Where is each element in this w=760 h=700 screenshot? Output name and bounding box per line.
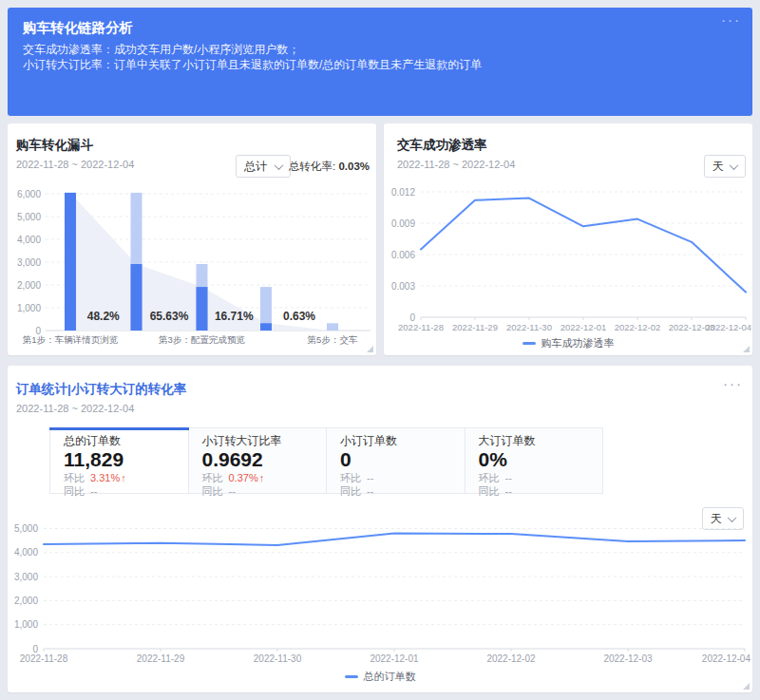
svg-text:2022-12-02: 2022-12-02 <box>486 653 536 664</box>
chart-legend[interactable]: 总的订单数 <box>8 670 752 684</box>
dashboard-page: 购车转化链路分析 交车成功渗透率：成功交车用户数/小程序浏览用户数； 小订转大订… <box>0 0 760 700</box>
legend-line-icon <box>345 675 358 678</box>
svg-text:2022-12-01: 2022-12-01 <box>560 322 607 332</box>
svg-text:2022-11-29: 2022-11-29 <box>137 653 185 664</box>
svg-text:16.71%: 16.71% <box>215 310 254 323</box>
resize-grip[interactable] <box>743 683 750 690</box>
resize-grip[interactable] <box>743 346 750 352</box>
svg-text:第5步：交车: 第5步：交车 <box>308 334 358 345</box>
svg-text:0.006: 0.006 <box>391 250 415 260</box>
legend-line-icon <box>522 342 536 345</box>
svg-text:6,000: 6,000 <box>17 189 41 199</box>
orders-line-chart: 01,0002,0003,0004,0005,0002022-11-282022… <box>8 366 752 692</box>
penetration-panel: 交车成功渗透率 2022-11-28 ~ 2022-12-04 天 00.003… <box>384 123 752 355</box>
resize-grip[interactable] <box>367 346 373 352</box>
svg-text:0.009: 0.009 <box>391 218 415 229</box>
page-title: 购车转化链路分析 <box>23 19 133 37</box>
svg-text:3,000: 3,000 <box>17 257 41 268</box>
svg-text:2022-12-02: 2022-12-02 <box>615 322 661 332</box>
svg-text:0.012: 0.012 <box>391 187 415 198</box>
svg-text:0: 0 <box>32 644 38 654</box>
svg-text:第3步：配置完成预览: 第3步：配置完成预览 <box>159 334 245 345</box>
svg-text:3,000: 3,000 <box>14 572 38 582</box>
svg-text:1,000: 1,000 <box>17 303 41 313</box>
more-options-icon[interactable]: ··· <box>721 11 741 28</box>
svg-text:65.63%: 65.63% <box>150 310 189 323</box>
header-banner: 购车转化链路分析 交车成功渗透率：成功交车用户数/小程序浏览用户数； 小订转大订… <box>8 8 752 116</box>
svg-text:2022-11-30: 2022-11-30 <box>254 653 302 664</box>
svg-text:2022-11-30: 2022-11-30 <box>506 322 552 332</box>
funnel-chart: 01,0002,0003,0004,0005,0006,00048.2%65.6… <box>8 123 376 355</box>
svg-text:1,000: 1,000 <box>14 619 38 630</box>
svg-text:2022-12-01: 2022-12-01 <box>370 653 419 664</box>
svg-text:2022-12-04: 2022-12-04 <box>702 653 751 664</box>
svg-text:2022-11-28: 2022-11-28 <box>20 653 68 664</box>
svg-text:2,000: 2,000 <box>17 280 41 291</box>
svg-text:5,000: 5,000 <box>17 212 41 222</box>
svg-text:2022-12-03: 2022-12-03 <box>603 653 653 664</box>
svg-text:第1步：车辆详情页浏览: 第1步：车辆详情页浏览 <box>23 334 119 345</box>
funnel-panel: 购车转化漏斗 2022-11-28 ~ 2022-12-04 总计 总转化率: … <box>8 123 376 355</box>
orders-panel: 订单统计|小订转大订的转化率 2022-11-28 ~ 2022-12-04 ·… <box>8 366 752 692</box>
svg-text:48.2%: 48.2% <box>87 310 120 323</box>
svg-text:5,000: 5,000 <box>14 523 38 534</box>
legend-label: 总的订单数 <box>364 670 416 684</box>
svg-text:2022-11-28: 2022-11-28 <box>398 322 444 332</box>
penetration-line-chart: 00.0030.0060.0090.0122022-11-282022-11-2… <box>384 123 752 355</box>
banner-description-line1: 交车成功渗透率：成功交车用户数/小程序浏览用户数； <box>23 42 299 58</box>
svg-text:2022-11-29: 2022-11-29 <box>452 322 498 332</box>
svg-text:0.003: 0.003 <box>391 281 415 292</box>
svg-text:2022-12-04: 2022-12-04 <box>705 322 751 332</box>
svg-text:0.63%: 0.63% <box>283 310 315 323</box>
svg-text:4,000: 4,000 <box>14 547 38 558</box>
legend-label: 购车成功渗透率 <box>542 336 615 350</box>
svg-text:0: 0 <box>409 312 415 323</box>
banner-description-line2: 小订转大订比率：订单中关联了小订订单且未退款的订单数/总的订单数且未产生退款的订… <box>23 57 482 73</box>
svg-text:2,000: 2,000 <box>14 596 38 606</box>
chart-legend[interactable]: 购车成功渗透率 <box>384 336 752 350</box>
svg-text:4,000: 4,000 <box>17 235 41 245</box>
